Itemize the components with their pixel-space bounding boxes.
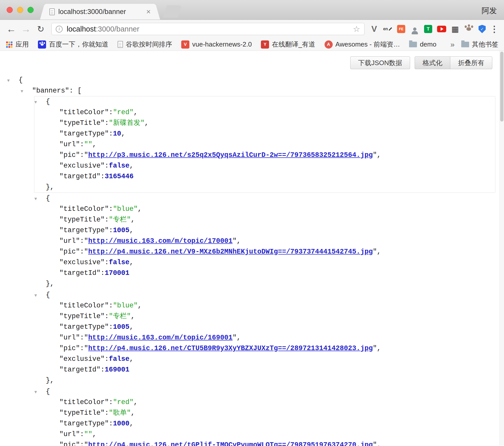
json-number-value: false: [109, 257, 129, 268]
json-punctuation: :: [80, 139, 84, 150]
json-line: ▼"targetType": 10,: [48, 128, 495, 139]
other-bookmarks-folder[interactable]: 其他书签: [461, 40, 498, 49]
json-line: ▼"exclusive": false,: [48, 160, 495, 171]
new-tab-button[interactable]: [163, 5, 182, 18]
shield-extension-icon[interactable]: ✓: [477, 23, 488, 35]
json-punctuation: {: [46, 290, 50, 300]
json-punctuation: :: [105, 257, 109, 268]
json-punctuation: :: [80, 236, 84, 246]
profile-name[interactable]: 阿发: [482, 6, 497, 16]
bookmark-item[interactable]: 百度一下，你就知道: [38, 40, 108, 49]
json-link[interactable]: http://p4.music.126.net/CTU5B9R9y3XyYBZX…: [88, 345, 373, 352]
json-link[interactable]: http://music.163.com/m/topic/169001: [88, 334, 232, 341]
browser-menu-icon[interactable]: ⋮: [489, 23, 499, 35]
collapse-toggle-icon[interactable]: ▼: [34, 194, 46, 204]
minimize-window-button[interactable]: [17, 7, 23, 13]
translate-extension-icon[interactable]: en: [382, 23, 393, 35]
json-key: "typeTitle": [59, 214, 105, 225]
json-key: "pic": [59, 440, 80, 446]
format-button[interactable]: 格式化: [415, 56, 450, 69]
json-line: ▼"targetId": 169001: [48, 364, 495, 375]
json-punctuation: :: [101, 364, 105, 375]
collapse-toggle-icon[interactable]: ▼: [34, 290, 46, 301]
json-line: ▼{: [34, 193, 495, 204]
bookmark-item[interactable]: 应用: [6, 40, 29, 49]
json-line: ▼"pic": "http://p4.music.126.net/V9-MXz6…: [48, 246, 495, 257]
json-string-value: "歌单": [109, 408, 131, 418]
json-punctuation: :: [105, 311, 109, 322]
json-line: ▼{: [34, 96, 495, 107]
url-text[interactable]: localhost:3000/banner: [67, 25, 350, 33]
json-key: "titleColor": [59, 204, 109, 214]
collapse-all-button[interactable]: 折叠所有: [450, 56, 492, 69]
json-key: "pic": [59, 343, 80, 354]
scrollbar-thumb[interactable]: [500, 52, 503, 122]
back-button[interactable]: ←: [5, 22, 18, 36]
bookmark-item[interactable]: AAwesomes - 前端资…: [325, 40, 400, 49]
json-number-value: 169001: [105, 364, 129, 375]
json-punctuation: ,: [377, 246, 381, 257]
bookmark-item[interactable]: Vvue-hackernews-2.0: [181, 40, 252, 49]
qrcode-extension-icon[interactable]: ▦: [450, 23, 461, 35]
download-json-button[interactable]: 下载JSON数据: [350, 56, 410, 69]
traffic-lights: [7, 7, 34, 13]
bookmark-label: 百度一下，你就知道: [49, 40, 108, 49]
json-punctuation: ,: [131, 408, 135, 418]
scrollbar-track[interactable]: [499, 51, 504, 445]
json-object: ▼{▼"titleColor": "red",▼"typeTitle": "新碟…: [34, 96, 495, 193]
tab-favicon-page-icon: [49, 8, 55, 15]
browser-tab[interactable]: localhost:3000/banner ×: [45, 4, 155, 20]
bookmarks-overflow-chevron-icon[interactable]: »: [450, 40, 455, 49]
bookmark-item[interactable]: 谷歌按时间排序: [118, 40, 172, 49]
json-link[interactable]: http://p3.music.126.net/s25q2x5QyqsAzilC…: [88, 151, 373, 159]
json-punctuation: },: [46, 278, 54, 289]
json-number-value: false: [109, 354, 129, 364]
paw-extension-icon[interactable]: [463, 23, 474, 35]
collapse-toggle-icon[interactable]: ▼: [34, 97, 46, 108]
vimium-extension-icon[interactable]: V: [369, 23, 380, 35]
tab-close-icon[interactable]: ×: [146, 8, 151, 16]
bookmark-label: Awesomes - 前端资…: [335, 40, 400, 49]
json-line: ▼"typeTitle": "专栏",: [48, 214, 495, 225]
collab-extension-icon[interactable]: [409, 23, 420, 35]
forward-button[interactable]: →: [19, 22, 33, 36]
json-object: ▼{▼"titleColor": "red",▼"typeTitle": "歌单…: [34, 386, 495, 446]
json-line: ▼"exclusive": false,: [48, 257, 495, 268]
address-bar[interactable]: i localhost:3000/banner ☆: [51, 23, 365, 35]
collapse-toggle-icon[interactable]: ▼: [34, 387, 46, 398]
json-punctuation: ,: [129, 257, 133, 268]
bookmark-star-icon[interactable]: ☆: [353, 24, 360, 34]
json-line: ▼"titleColor": "blue",: [48, 204, 495, 214]
json-line: ▼"exclusive": false,: [48, 354, 495, 364]
json-key: "typeTitle": [59, 118, 105, 128]
json-punctuation: ,: [377, 343, 381, 354]
json-punctuation: ": [373, 345, 377, 352]
page-info-icon[interactable]: i: [56, 26, 63, 33]
json-key: "titleColor": [59, 107, 109, 118]
json-punctuation: ,: [377, 150, 381, 160]
json-punctuation: :: [105, 408, 109, 418]
json-punctuation: ,: [138, 300, 142, 311]
collapse-toggle-icon[interactable]: ▼: [21, 86, 32, 97]
json-number-value: 1000: [113, 418, 130, 429]
apps-grid-icon: [6, 41, 13, 48]
collapse-toggle-icon[interactable]: ▼: [7, 76, 19, 86]
bookmark-item[interactable]: Y在线翻译_有道: [261, 40, 315, 49]
close-window-button[interactable]: [7, 7, 13, 13]
json-link[interactable]: http://music.163.com/m/topic/170001: [88, 237, 232, 245]
json-punctuation: ": [84, 345, 88, 352]
zoom-window-button[interactable]: [27, 7, 34, 13]
json-string-value: "专栏": [109, 214, 131, 225]
reload-button[interactable]: ↻: [34, 22, 47, 36]
json-punctuation: },: [46, 375, 54, 386]
json-link[interactable]: http://p4.music.126.net/V9-MXz6b2MNhEKju…: [88, 248, 373, 256]
fe-extension-icon[interactable]: FE: [396, 23, 407, 35]
json-line: ▼"targetId": 3165446: [48, 171, 495, 182]
bookmark-item[interactable]: demo: [409, 40, 436, 48]
json-string-value: "red": [113, 107, 134, 118]
json-punctuation: :: [109, 397, 113, 408]
json-punctuation: ,: [138, 204, 142, 214]
json-link[interactable]: http://p4.music.126.net/tGPljf-IMOCyPvum…: [88, 441, 373, 446]
tampermonkey-extension-icon[interactable]: T: [423, 23, 434, 35]
youtube-extension-icon[interactable]: [436, 23, 447, 35]
